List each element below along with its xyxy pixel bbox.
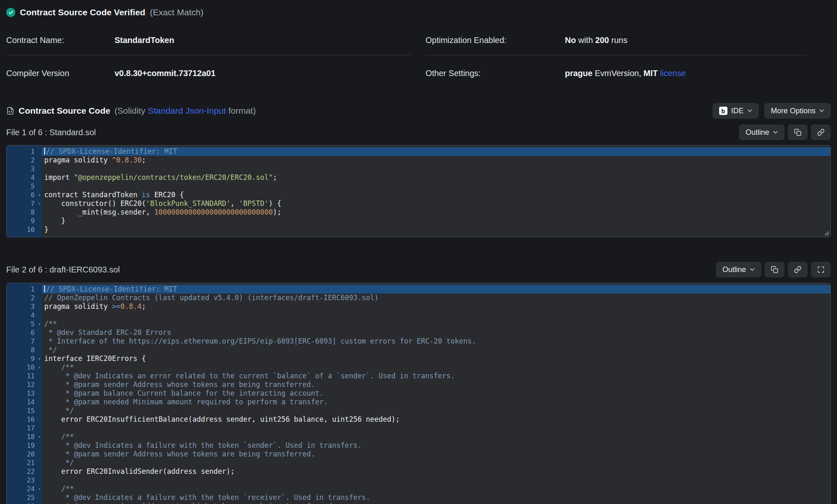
code-line: * @param sender Address whose tokens are… — [42, 380, 830, 389]
line-number: 9 — [7, 217, 42, 225]
code-line: * Interface of the https://eips.ethereum… — [42, 337, 830, 346]
code-line: // SPDX-License-Identifier: MIT — [42, 147, 830, 156]
line-number: 11 — [7, 372, 42, 380]
line-number: 8 — [7, 346, 42, 354]
file-1-label: File 1 of 6 : Standard.sol — [6, 128, 96, 137]
expand-button[interactable] — [811, 262, 831, 277]
copy-source-button[interactable] — [788, 124, 808, 140]
contract-name-value: StandardToken — [115, 36, 174, 45]
code-pane[interactable]: // SPDX-License-Identifier: MIT// OpenZe… — [42, 283, 830, 504]
line-number: 21 — [7, 459, 42, 467]
line-number: 2 — [7, 156, 42, 165]
code-line: // SPDX-License-Identifier: MIT — [42, 285, 830, 294]
line-number: 15 — [7, 406, 42, 415]
permalink-button[interactable] — [811, 124, 831, 140]
code-line: * @dev Indicates a failure with the toke… — [42, 441, 830, 450]
code-line: /** — [42, 363, 830, 372]
copy-icon — [794, 129, 801, 136]
line-number: 18▾ — [7, 432, 42, 441]
line-number: 7 — [7, 337, 42, 346]
code-line: interface IERC20Errors { — [42, 354, 830, 363]
fold-arrow-icon[interactable]: ▾ — [38, 199, 41, 208]
chevron-down-icon — [750, 268, 755, 271]
license-link[interactable]: license — [660, 69, 686, 78]
line-number: 17 — [7, 424, 42, 432]
code-line: // OpenZeppelin Contracts (last updated … — [42, 294, 830, 302]
grid-spacer — [411, 31, 426, 55]
standard-json-input-link[interactable]: Standard Json-Input — [148, 106, 226, 115]
copy-source-button[interactable] — [765, 262, 784, 277]
fold-arrow-icon[interactable]: ▾ — [38, 191, 41, 199]
code-line: pragma solidity ^0.8.30; — [42, 156, 830, 165]
grid-spacer — [411, 55, 426, 82]
outline-button-label: Outline — [746, 128, 769, 137]
code-line — [42, 165, 830, 173]
line-number: 25 — [7, 493, 42, 502]
line-number: 6 — [7, 328, 42, 337]
code-line: contract StandardToken is ERC20 { — [42, 191, 830, 199]
code-line — [42, 424, 830, 432]
line-number: 5▾ — [7, 320, 42, 328]
fold-arrow-icon[interactable]: ▾ — [38, 354, 41, 363]
code-line: * @param receiver Address to which token… — [42, 502, 830, 504]
code-line — [42, 476, 830, 485]
code-line: _mint(msg.sender, 1000000000000000000000… — [42, 208, 830, 217]
code-line: /** — [42, 485, 830, 493]
blockscan-b-logo: b — [719, 107, 727, 115]
line-number: 12 — [7, 380, 42, 389]
link-icon — [817, 129, 825, 136]
source-code-section-header: Contract Source Code (Solidity Standard … — [6, 103, 831, 119]
line-number: 8 — [7, 208, 42, 217]
outline-button[interactable]: Outline — [739, 124, 784, 140]
text-cursor — [44, 285, 45, 292]
section-title: Contract Source Code — [19, 106, 110, 116]
fold-arrow-icon[interactable]: ▾ — [38, 363, 41, 372]
more-options-label: More Options — [771, 107, 815, 115]
line-number: 22 — [7, 467, 42, 476]
fold-arrow-icon[interactable]: ▾ — [38, 432, 41, 441]
code-line: * @dev Standard ERC-20 Errors — [42, 328, 830, 337]
value-segment: MIT — [643, 69, 658, 78]
contract-name-label: Contract Name: — [6, 36, 115, 45]
file-code-icon — [6, 107, 14, 115]
ide-button[interactable]: b IDE — [713, 103, 759, 119]
chevron-down-icon — [819, 109, 824, 112]
other-settings-label: Other Settings: — [426, 69, 565, 78]
line-number: 4 — [7, 311, 42, 320]
chevron-down-icon — [747, 109, 752, 112]
code-editor-standard-sol[interactable]: 123456▾7▾8910 // SPDX-License-Identifier… — [6, 145, 831, 237]
line-number: 26 — [7, 502, 42, 504]
line-number: 23 — [7, 476, 42, 485]
line-number-gutter: 12345▾6789▾10▾1112131415161718▾192021222… — [7, 283, 42, 504]
code-editor-draft-ierc6093-sol[interactable]: 12345▾6789▾10▾1112131415161718▾192021222… — [6, 283, 831, 504]
more-options-button[interactable]: More Options — [764, 103, 831, 119]
code-line: pragma solidity >=0.8.4; — [42, 302, 830, 311]
section-subtitle: (Solidity Standard Json-Input format) — [115, 106, 256, 116]
outline-button[interactable]: Outline — [716, 262, 761, 277]
line-number: 3 — [7, 165, 42, 173]
permalink-button[interactable] — [788, 262, 808, 277]
code-line: */ — [42, 406, 830, 415]
optimization-label: Optimization Enabled: — [426, 36, 565, 45]
line-number: 20 — [7, 450, 42, 459]
resize-grip[interactable] — [824, 230, 829, 236]
code-line: error ERC20InsufficientBalance(address s… — [42, 415, 830, 424]
line-number: 1 — [7, 147, 42, 156]
line-number: 13 — [7, 389, 42, 398]
line-number: 14 — [7, 398, 42, 406]
text-cursor — [44, 148, 45, 155]
verified-banner: Contract Source Code Verified (Exact Mat… — [6, 0, 831, 19]
fold-arrow-icon[interactable]: ▾ — [38, 485, 41, 493]
compiler-version-label: Compiler Version — [6, 69, 115, 78]
value-segment: runs — [609, 36, 627, 45]
contract-name-row: Contract Name: StandardToken — [6, 31, 411, 55]
line-number-gutter: 123456▾7▾8910 — [7, 146, 42, 237]
line-number: 6▾ — [7, 191, 42, 199]
compiler-row: Compiler Version v0.8.30+commit.73712a01 — [6, 55, 411, 82]
fold-arrow-icon[interactable]: ▾ — [38, 320, 41, 328]
line-number: 10▾ — [7, 363, 42, 372]
link-icon — [794, 266, 801, 273]
code-pane[interactable]: // SPDX-License-Identifier: MITpragma so… — [42, 146, 830, 237]
expand-icon — [817, 266, 825, 273]
verified-title: Contract Source Code Verified — [20, 7, 145, 17]
